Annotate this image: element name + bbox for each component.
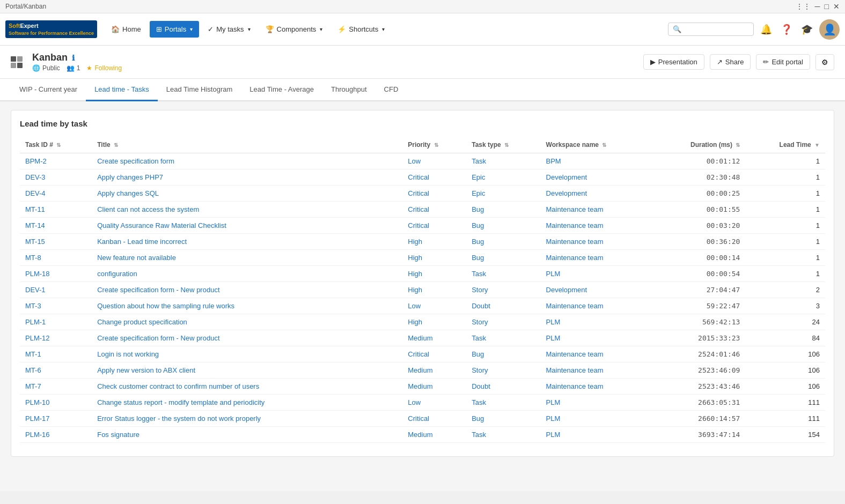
task-title-link[interactable]: Login is not working xyxy=(97,350,159,358)
priority-cell: Critical xyxy=(402,186,466,202)
workspace-cell[interactable]: Development xyxy=(541,169,652,186)
notification-btn[interactable]: 🔔 xyxy=(758,21,774,38)
task-id-link[interactable]: PLM-12 xyxy=(25,334,50,342)
workspace-cell[interactable]: PLM xyxy=(541,330,652,346)
presentation-btn[interactable]: ▶ Presentation xyxy=(643,54,704,70)
task-title-link[interactable]: Quality Assurance Raw Material Checklist xyxy=(97,221,226,229)
task-id-link[interactable]: MT-11 xyxy=(25,205,45,213)
task-id-link[interactable]: DEV-3 xyxy=(25,173,46,181)
components-nav-btn[interactable]: 🏆 Components ▾ xyxy=(259,21,329,38)
lead-time-cell: 1 xyxy=(745,202,825,218)
task-title-link[interactable]: Kanban - Lead time incorrect xyxy=(97,238,187,246)
tab-throughput[interactable]: Throughput xyxy=(322,79,376,101)
workspace-cell[interactable]: Maintenance team xyxy=(541,250,652,266)
task-title-link[interactable]: configuration xyxy=(97,270,137,278)
workspace-cell[interactable]: Maintenance team xyxy=(541,443,652,448)
task-title-link[interactable]: Create specification form xyxy=(97,157,174,165)
task-id-link[interactable]: PLM-1 xyxy=(25,318,46,326)
workspace-cell[interactable]: Maintenance team xyxy=(541,346,652,362)
task-title-link[interactable]: Error Status logger - the system do not … xyxy=(97,414,261,423)
task-title-link[interactable]: Report layout failed xyxy=(97,447,157,448)
task-id-link[interactable]: MT-15 xyxy=(25,238,45,246)
task-title-link[interactable]: Check customer contract to confirm numbe… xyxy=(97,382,259,390)
task-title-link[interactable]: Change product specification xyxy=(97,318,187,326)
task-title-link[interactable]: New feature not available xyxy=(97,254,176,262)
priority-cell: High xyxy=(402,443,466,448)
workspace-cell[interactable]: PLM xyxy=(541,395,652,411)
task-id-link[interactable]: PLM-17 xyxy=(25,414,50,423)
workspace-cell[interactable]: Maintenance team xyxy=(541,362,652,379)
priority-cell: Critical xyxy=(402,346,466,362)
shortcuts-label: Shortcuts xyxy=(349,25,378,33)
graduation-btn[interactable]: 🎓 xyxy=(799,21,815,38)
task-id-link[interactable]: MT-7 xyxy=(25,382,41,390)
tab-average[interactable]: Lead Time - Average xyxy=(241,79,322,101)
task-title-link[interactable]: Apply changes PHP7 xyxy=(97,173,163,181)
tab-wip[interactable]: WIP - Current year xyxy=(11,79,86,101)
workspace-cell[interactable]: PLM xyxy=(541,314,652,330)
task-title-link[interactable]: Create specification form - New product xyxy=(97,334,219,342)
my-tasks-nav-btn[interactable]: ✓ My tasks ▾ xyxy=(201,21,256,38)
task-id-link[interactable]: MT-3 xyxy=(25,302,41,310)
workspace-cell[interactable]: PLM xyxy=(541,266,652,282)
task-type-cell: Bug xyxy=(466,218,540,234)
table-wrapper[interactable]: Task ID # ⇅ Title ⇅ Priority ⇅ Task ty xyxy=(20,137,825,448)
workspace-cell[interactable]: PLM xyxy=(541,427,652,443)
task-id-link[interactable]: DEV-4 xyxy=(25,189,46,197)
workspace-cell[interactable]: PLM xyxy=(541,411,652,427)
following-badge[interactable]: ★ Following xyxy=(86,64,122,72)
workspace-cell[interactable]: Maintenance team xyxy=(541,234,652,250)
tab-histogram[interactable]: Lead Time Histogram xyxy=(158,79,241,101)
task-title-link[interactable]: Apply changes SQL xyxy=(97,189,159,197)
col-workspace[interactable]: Workspace name ⇅ xyxy=(541,137,652,153)
workspace-cell[interactable]: Development xyxy=(541,282,652,298)
info-icon[interactable]: ℹ xyxy=(72,54,75,62)
help-btn[interactable]: ❓ xyxy=(778,21,795,38)
edit-portal-btn[interactable]: ✏ Edit portal xyxy=(756,54,810,70)
avatar[interactable]: 👤 xyxy=(819,19,840,40)
task-id-link[interactable]: MT-14 xyxy=(25,221,45,229)
workspace-cell[interactable]: Maintenance team xyxy=(541,202,652,218)
task-id-link[interactable]: MT-4 xyxy=(25,447,41,448)
workspace-cell[interactable]: Maintenance team xyxy=(541,379,652,395)
task-id-link[interactable]: MT-8 xyxy=(25,254,41,262)
col-task-type[interactable]: Task type ⇅ xyxy=(466,137,540,153)
share-btn[interactable]: ↗ Share xyxy=(710,54,751,70)
portals-nav-btn[interactable]: ⊞ Portals ▾ xyxy=(150,21,199,38)
task-title-link[interactable]: Create specification form - New product xyxy=(97,286,219,294)
home-nav-btn[interactable]: 🏠 Home xyxy=(105,21,148,38)
lead-time-cell: 1 xyxy=(745,186,825,202)
search-input[interactable] xyxy=(684,25,749,33)
task-id-link[interactable]: BPM-2 xyxy=(25,157,47,165)
col-priority[interactable]: Priority ⇅ xyxy=(402,137,466,153)
workspace-cell[interactable]: Maintenance team xyxy=(541,218,652,234)
tab-cfd[interactable]: CFD xyxy=(376,79,407,101)
col-duration[interactable]: Duration (ms) ⇅ xyxy=(651,137,745,153)
task-title-link[interactable]: Question about how the sampling rule wor… xyxy=(97,302,234,310)
col-task-id[interactable]: Task ID # ⇅ xyxy=(20,137,92,153)
sort-icon: ⇅ xyxy=(504,142,509,148)
task-title-link[interactable]: Client can not access the system xyxy=(97,205,199,213)
task-title-link[interactable]: Apply new version to ABX client xyxy=(97,366,195,374)
workspace-cell[interactable]: Development xyxy=(541,186,652,202)
task-id-link[interactable]: DEV-1 xyxy=(25,286,46,294)
search-box[interactable]: 🔍 xyxy=(668,23,754,36)
window-maximize-btn[interactable]: □ xyxy=(825,2,829,11)
task-id-link[interactable]: PLM-18 xyxy=(25,270,50,278)
window-menu-btn[interactable]: ⋮⋮ xyxy=(796,2,811,11)
col-title[interactable]: Title ⇅ xyxy=(92,137,402,153)
task-title-link[interactable]: Fos signature xyxy=(97,431,139,439)
task-title-link[interactable]: Change status report - modify template a… xyxy=(97,398,264,406)
window-close-btn[interactable]: ✕ xyxy=(833,2,840,11)
shortcuts-nav-btn[interactable]: ⚡ Shortcuts ▾ xyxy=(331,21,391,38)
window-minimize-btn[interactable]: ─ xyxy=(815,2,820,11)
task-id-link[interactable]: MT-1 xyxy=(25,350,41,358)
workspace-cell[interactable]: Maintenance team xyxy=(541,298,652,314)
task-id-link[interactable]: PLM-10 xyxy=(25,398,50,406)
tab-leadtime-tasks[interactable]: Lead time - Tasks xyxy=(86,79,158,101)
settings-btn[interactable]: ⚙ xyxy=(815,54,834,70)
task-id-link[interactable]: MT-6 xyxy=(25,366,41,374)
task-id-link[interactable]: PLM-16 xyxy=(25,431,50,439)
workspace-cell[interactable]: BPM xyxy=(541,153,652,169)
col-lead-time[interactable]: Lead Time ▼ xyxy=(745,137,825,153)
